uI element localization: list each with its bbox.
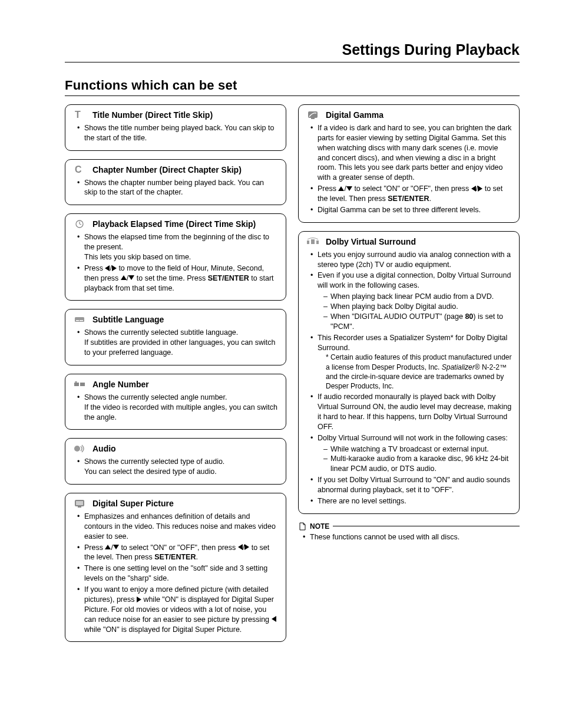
bullet-item: Shows the currently selected subtitle la…: [77, 328, 279, 358]
two-column-layout: T Title Number (Direct Title Skip) Shows…: [65, 104, 520, 650]
box-title: Digital Gamma: [326, 110, 512, 121]
right-arrow-icon: [478, 186, 482, 192]
note-header: NOTE: [298, 522, 520, 531]
bullet-item: Shows the title number being played back…: [77, 123, 279, 143]
dash-list: When playing back linear PCM audio from …: [318, 292, 512, 332]
bullet-item: Emphasizes and enhances definition of de…: [77, 512, 279, 542]
down-arrow-icon: [113, 545, 119, 549]
text: .: [196, 553, 197, 561]
bullet-item: Shows the currently selected type of aud…: [77, 457, 279, 477]
section-title: Functions which can be set: [65, 78, 520, 93]
page-title: Settings During Playback: [65, 41, 520, 58]
box-elapsed-time: Playback Elapsed Time (Direct Time Skip)…: [65, 213, 286, 301]
note-rule: [333, 526, 520, 526]
box-title: Playback Elapsed Time (Direct Time Skip): [92, 219, 279, 230]
bullet-list: Shows the currently selected type of aud…: [72, 457, 279, 477]
bullet-list: These functions cannot be used with all …: [298, 533, 520, 541]
surround-speakers-icon: [306, 236, 320, 247]
box-title: Digital Super Picture: [92, 498, 279, 509]
bullet-item: Shows the elapsed time from the beginnin…: [77, 232, 279, 262]
bullet-item: This Recorder uses a Spatializer System*…: [310, 333, 512, 391]
text: Shows the currently selected subtitle la…: [84, 328, 238, 337]
text: to select "ON" or "OFF", then press: [119, 543, 238, 552]
manual-page: Settings During Playback Functions which…: [0, 0, 562, 728]
svg-text:T: T: [75, 110, 81, 120]
box-title: Audio: [92, 443, 279, 454]
svg-rect-17: [307, 241, 309, 244]
text: Press: [84, 264, 105, 272]
text: If the video is recorded with multiple a…: [84, 403, 277, 421]
text: If subtitles are provided in other langu…: [84, 338, 276, 357]
box-title: Dolby Virtual Surround: [326, 236, 512, 248]
bullet-item: There is one setting level on the "soft"…: [77, 564, 279, 584]
subtitle-icon: [72, 314, 87, 325]
box-title-number: T Title Number (Direct Title Skip) Shows…: [65, 104, 286, 151]
bullet-item: If audio recorded monaurally is played b…: [310, 392, 512, 432]
svg-rect-19: [311, 239, 315, 244]
bullet-item: Press / to select "ON" or "OFF", then pr…: [310, 184, 512, 204]
text: Dolby Virtual Surround will not work in …: [318, 434, 508, 442]
bullet-item: If a video is dark and hard to see, you …: [310, 123, 512, 183]
bullet-item: Shows the currently selected angle numbe…: [77, 393, 279, 423]
left-arrow-icon: [471, 186, 476, 192]
box-chapter-number: C Chapter Number (Direct Chapter Skip) S…: [65, 159, 286, 206]
header-rule: [65, 62, 520, 62]
svg-rect-8: [74, 383, 79, 386]
bullet-list: Shows the chapter number being played ba…: [72, 178, 279, 198]
dash-item: When "DIGITAL AUDIO OUTPUT" (page 80) is…: [323, 312, 512, 332]
bullet-item: Shows the chapter number being played ba…: [77, 178, 279, 198]
text: to select "ON" or "OFF", then press: [352, 185, 471, 193]
right-arrow-icon: [112, 265, 117, 271]
text: while "ON" is displayed for Digital Supe…: [84, 625, 242, 634]
svg-rect-14: [78, 506, 81, 508]
down-arrow-icon: [346, 186, 352, 191]
box-title: Subtitle Language: [92, 314, 279, 325]
text: Shows the currently selected type of aud…: [84, 457, 224, 466]
text: This lets you skip based on time.: [84, 253, 191, 261]
dash-item: While watching a TV broadcast or externa…: [323, 444, 512, 454]
dash-item: When playing back linear PCM audio from …: [323, 292, 512, 302]
text: Shows the elapsed time from the beginnin…: [84, 233, 269, 251]
down-arrow-icon: [128, 275, 134, 280]
angle-icon: [72, 379, 87, 390]
section-rule: [65, 95, 520, 96]
set-enter-label: SET/ENTER: [388, 195, 429, 203]
text: Press: [318, 185, 338, 193]
up-arrow-icon: [105, 545, 111, 549]
text: When "DIGITAL AUDIO OUTPUT" (page: [330, 312, 465, 321]
text: This Recorder uses a Spatializer System*…: [318, 334, 507, 352]
svg-rect-16: [311, 118, 315, 119]
svg-rect-6: [76, 320, 79, 321]
text: Press: [84, 543, 105, 552]
bullet-list: If a video is dark and hard to see, you …: [306, 123, 512, 215]
dash-list: While watching a TV broadcast or externa…: [318, 444, 512, 475]
svg-rect-15: [308, 111, 318, 118]
bullet-list: Lets you enjoy surround audio via analog…: [306, 250, 512, 506]
footnote: * Certain audio features of this product…: [318, 353, 512, 391]
left-column: T Title Number (Direct Title Skip) Shows…: [65, 104, 286, 650]
bullet-list: Shows the currently selected subtitle la…: [72, 328, 279, 358]
text: .: [429, 195, 431, 203]
right-column: Digital Gamma If a video is dark and har…: [298, 104, 520, 650]
up-arrow-icon: [338, 186, 344, 191]
box-subtitle-language: Subtitle Language Shows the currently se…: [65, 309, 286, 365]
text: You can select the desired type of audio…: [84, 467, 217, 476]
box-title: Chapter Number (Direct Chapter Skip): [92, 164, 279, 176]
box-dolby-virtual-surround: Dolby Virtual Surround Lets you enjoy su…: [298, 231, 520, 514]
clock-icon: [72, 219, 87, 229]
box-digital-gamma: Digital Gamma If a video is dark and har…: [298, 104, 520, 223]
bullet-item: Press / to select "ON" or "OFF", then pr…: [77, 543, 279, 563]
dash-item: When playing back Dolby Digital audio.: [323, 302, 512, 312]
dash-item: Multi-karaoke audio from a karaoke disc,…: [323, 454, 512, 474]
right-arrow-icon: [137, 597, 141, 602]
title-icon: T: [72, 110, 87, 120]
svg-rect-13: [76, 501, 83, 505]
bullet-list: Shows the currently selected angle numbe…: [72, 393, 279, 423]
bullet-list: Shows the title number being played back…: [72, 123, 279, 143]
box-title: Title Number (Direct Title Skip): [92, 110, 279, 121]
text: Shows the currently selected angle numbe…: [84, 393, 227, 401]
bullet-item: Even if you use a digital connection, Do…: [310, 271, 512, 331]
set-enter-label: SET/ENTER: [154, 553, 196, 561]
bullet-list: Shows the elapsed time from the beginnin…: [72, 232, 279, 293]
bullet-item: Dolby Virtual Surround will not work in …: [310, 433, 512, 475]
